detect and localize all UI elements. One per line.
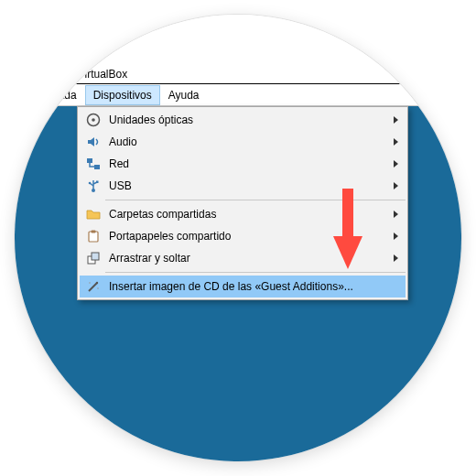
folder-icon (83, 207, 103, 222)
svg-point-1 (92, 118, 95, 122)
menu-item-entrada[interactable]: entrada (31, 85, 85, 105)
svg-point-16 (96, 282, 98, 284)
submenu-arrow-icon (394, 116, 398, 124)
svg-rect-10 (96, 181, 99, 184)
svg-point-9 (89, 182, 92, 185)
svg-rect-4 (94, 165, 100, 169)
svg-point-18 (97, 287, 99, 289)
svg-rect-11 (89, 232, 98, 242)
submenu-arrow-icon (394, 138, 398, 146)
dropdown-item-usb[interactable]: USB (80, 175, 406, 197)
clip-icon (83, 229, 103, 243)
dropdown-item-net[interactable]: Red (80, 153, 406, 175)
dropdown-item-label: Arrastrar y soltar (103, 252, 384, 265)
submenu-arrow-icon (394, 182, 398, 189)
dropdown-item-disc[interactable]: Unidades ópticas (80, 109, 406, 131)
svg-point-17 (89, 282, 91, 284)
menu-separator (105, 200, 406, 200)
devices-dropdown: Unidades ópticasAudioRedUSBCarpetas comp… (77, 106, 408, 300)
audio-icon (83, 135, 103, 149)
window-title: acle VM VirtualBox (15, 64, 461, 84)
dropdown-item-clip[interactable]: Portapapeles compartido (80, 225, 406, 247)
net-icon (83, 157, 103, 171)
circular-viewport: acle VM VirtualBox entradaDispositivosAy… (15, 15, 461, 461)
wand-icon (83, 279, 103, 294)
dropdown-item-drag[interactable]: Arrastrar y soltar (80, 247, 406, 269)
submenu-arrow-icon (394, 233, 398, 240)
dropdown-item-audio[interactable]: Audio (80, 131, 406, 153)
menu-separator (105, 272, 406, 273)
svg-rect-14 (92, 253, 99, 260)
dropdown-item-label: USB (103, 179, 384, 192)
dropdown-item-label: Red (103, 157, 384, 170)
dropdown-item-label: Carpetas compartidas (103, 208, 384, 221)
drag-icon (83, 251, 103, 265)
dropdown-item-label: Portapapeles compartido (103, 230, 384, 243)
menu-item-ayuda[interactable]: Ayuda (160, 85, 208, 105)
menu-item-dispositivos[interactable]: Dispositivos (85, 85, 160, 105)
usb-icon (83, 178, 103, 193)
submenu-arrow-icon (394, 254, 398, 262)
menu-bar: entradaDispositivosAyuda (15, 85, 461, 106)
svg-line-15 (89, 283, 97, 291)
submenu-arrow-icon (394, 160, 398, 168)
submenu-arrow-icon (394, 211, 398, 218)
dropdown-item-label: Audio (103, 135, 384, 148)
dropdown-item-label: Insertar imagen de CD de las «Guest Addi… (103, 280, 384, 293)
svg-rect-12 (92, 231, 96, 233)
disc-icon (83, 113, 103, 127)
dropdown-item-folder[interactable]: Carpetas compartidas (80, 203, 406, 225)
svg-rect-3 (87, 158, 92, 163)
dropdown-item-wand[interactable]: Insertar imagen de CD de las «Guest Addi… (80, 276, 406, 298)
window-chrome: acle VM VirtualBox entradaDispositivosAy… (15, 15, 461, 106)
svg-marker-2 (88, 137, 94, 146)
dropdown-item-label: Unidades ópticas (103, 114, 384, 126)
